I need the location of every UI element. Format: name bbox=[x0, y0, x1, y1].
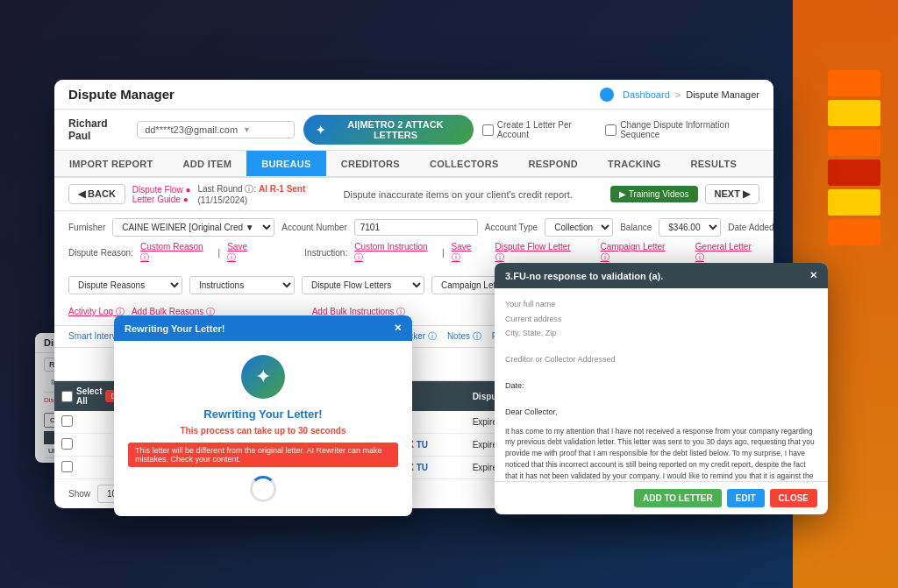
rewriting-close-icon[interactable]: ✕ bbox=[394, 322, 402, 334]
block-3 bbox=[828, 130, 880, 156]
letter-field-creditor: Creditor or Collector Addressed bbox=[505, 354, 817, 366]
user-name: Richard Paul bbox=[68, 117, 128, 142]
instructions-select[interactable]: Instructions bbox=[189, 276, 295, 294]
tab-creditors[interactable]: CREDITORS bbox=[326, 151, 415, 176]
user-row: Richard Paul dd****t23@gmail.com ▼ ✦ AI|… bbox=[54, 110, 773, 151]
dropdown-arrow: ▼ bbox=[243, 125, 251, 134]
last-round: Last Round ⓘ: AI R-1 Sent (11/15/2024) bbox=[197, 183, 305, 205]
loading-spinner bbox=[250, 476, 276, 502]
breadcrumb-dashboard[interactable]: Dashboard bbox=[623, 89, 670, 100]
letter-add-button[interactable]: ADD TO LETTER bbox=[634, 489, 722, 507]
furnisher-select[interactable]: CAINE WEINER [Original Cred ▼ bbox=[112, 218, 274, 237]
block-2 bbox=[828, 100, 880, 126]
campaign-letter-link[interactable]: Campaign Letter ⓘ bbox=[601, 242, 674, 264]
window-header: Dispute Manager Dashboard > Dispute Mana… bbox=[54, 80, 773, 110]
letter-close-button[interactable]: CLOSE bbox=[770, 489, 817, 507]
rewriting-icon: ✦ bbox=[241, 355, 285, 399]
dispute-reason-label: Dispute Reason: bbox=[68, 248, 133, 258]
save1-link[interactable]: Save ⓘ bbox=[227, 242, 257, 264]
letter-field-date: Date: bbox=[505, 380, 817, 393]
flow-links: Dispute Flow ● Letter Guide ● bbox=[132, 185, 191, 204]
breadcrumb: Dashboard > Dispute Manager bbox=[600, 88, 759, 102]
acct-num-label: Account Number bbox=[282, 223, 346, 232]
dispute-reasons-select[interactable]: Dispute Reasons bbox=[68, 276, 182, 294]
ai-attack-button[interactable]: ✦ AI|METRO 2 ATTACK LETTERS bbox=[303, 115, 474, 145]
furnisher-label: Furnisher bbox=[68, 223, 105, 232]
letter-edit-button[interactable]: EDIT bbox=[727, 489, 765, 507]
rewriting-warning: This letter will be different from the o… bbox=[128, 443, 398, 467]
change-dispute-input[interactable] bbox=[605, 124, 616, 136]
balance-select[interactable]: $346.00 bbox=[659, 218, 721, 237]
next-button[interactable]: NEXT ▶ bbox=[705, 184, 759, 204]
balance-label: Balance bbox=[620, 223, 652, 232]
general-letter-link[interactable]: General Letter ⓘ bbox=[695, 242, 759, 264]
rewriting-modal-title: Rewriting Your Letter! bbox=[125, 323, 225, 334]
ai-icon: ✦ bbox=[316, 124, 325, 137]
user-email-box[interactable]: dd****t23@gmail.com ▼ bbox=[137, 121, 295, 138]
dispute-flow-letters-select[interactable]: Dispute Flow Letters bbox=[302, 276, 424, 294]
create-letter-checkbox[interactable]: Create 1 Letter Per Account bbox=[482, 120, 596, 139]
account-number-input[interactable] bbox=[354, 219, 478, 236]
action-row: ◀ BACK Dispute Flow ● Letter Guide ● Las… bbox=[54, 178, 773, 211]
custom-instruction-link[interactable]: Custom Instruction ⓘ bbox=[354, 242, 435, 264]
tab-bureaus[interactable]: BUREAUS bbox=[246, 151, 326, 176]
dispute-flow-letter-link[interactable]: Dispute Flow Letter ⓘ bbox=[495, 242, 578, 264]
block-6 bbox=[828, 219, 880, 245]
ai-attack-label: AI|METRO 2 ATTACK LETTERS bbox=[330, 119, 461, 140]
rewriting-modal: Rewriting Your Letter! ✕ ✦ Rewriting You… bbox=[114, 315, 412, 516]
user-email: dd****t23@gmail.com bbox=[145, 124, 238, 135]
acct-type-label: Account Type bbox=[485, 223, 538, 232]
account-type-select[interactable]: Collection bbox=[545, 218, 613, 237]
letter-close-icon[interactable]: ✕ bbox=[809, 270, 817, 281]
back-button[interactable]: ◀ BACK bbox=[68, 184, 125, 204]
tab-import-report[interactable]: IMPORT REPORT bbox=[54, 151, 168, 176]
action-center-text: Dispute inaccurate items on your client'… bbox=[344, 189, 573, 200]
letter-field-name: Your full name bbox=[505, 299, 817, 311]
tab-respond[interactable]: RESPOND bbox=[514, 151, 594, 176]
block-4 bbox=[828, 159, 880, 186]
user-icon bbox=[600, 88, 614, 102]
block-5 bbox=[828, 189, 880, 216]
rewriting-subtitle: Rewriting Your Letter! bbox=[128, 407, 398, 421]
letter-modal-title: 3.FU-no response to validation (a). bbox=[505, 271, 663, 281]
tab-add-item[interactable]: ADD ITEM bbox=[168, 151, 247, 176]
letter-body: It has come to my attention that I have … bbox=[505, 426, 817, 482]
date-added-label: Date Added bbox=[728, 223, 773, 232]
rewriting-time: This process can take up to 30 seconds bbox=[128, 426, 398, 436]
dispute-flow-link[interactable]: Dispute Flow ● bbox=[132, 185, 191, 195]
select-all-checkbox[interactable] bbox=[61, 391, 73, 402]
background-blocks bbox=[828, 70, 880, 245]
letter-field-address: Current address bbox=[505, 314, 817, 326]
tab-tracking[interactable]: TRACKING bbox=[593, 151, 675, 176]
save2-link[interactable]: Save ⓘ bbox=[452, 242, 481, 264]
instruction-label: Instruction: bbox=[304, 248, 347, 258]
tab-navigation: IMPORT REPORTADD ITEMBUREAUSCREDITORSCOL… bbox=[54, 151, 773, 178]
link-notes[interactable]: Notes ⓘ bbox=[447, 330, 481, 343]
letter-field-city: City, State, Zip bbox=[505, 328, 817, 340]
letter-field-salutation: Dear Collector, bbox=[505, 407, 817, 419]
window-title: Dispute Manager bbox=[68, 87, 175, 102]
change-dispute-checkbox[interactable]: Change Dispute Information Sequence bbox=[605, 120, 759, 139]
letter-modal: 3.FU-no response to validation (a). ✕ Yo… bbox=[495, 263, 828, 514]
tab-results[interactable]: RESULTS bbox=[675, 151, 752, 176]
tab-collectors[interactable]: COLLECTORS bbox=[415, 151, 514, 176]
letter-guide-link[interactable]: Letter Guide ● bbox=[132, 195, 189, 204]
create-letter-input[interactable] bbox=[482, 124, 494, 136]
training-videos-button[interactable]: ▶ Training Videos bbox=[610, 186, 698, 202]
block-1 bbox=[828, 70, 880, 96]
custom-reason-link[interactable]: Custom Reason ⓘ bbox=[140, 242, 211, 264]
